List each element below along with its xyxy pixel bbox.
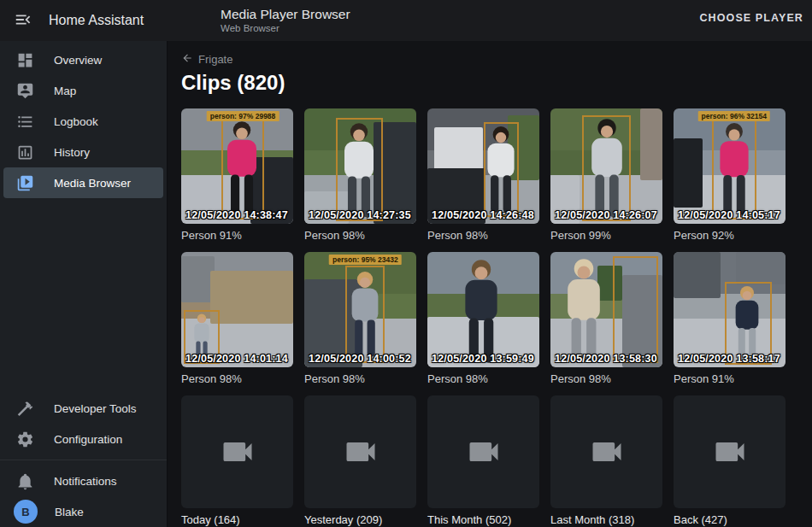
- folder-tile[interactable]: Last Month (318): [550, 395, 662, 526]
- person-figure: [221, 120, 262, 217]
- sidebar-toggle-button[interactable]: [12, 9, 34, 32]
- sidebar-item-history[interactable]: History: [3, 137, 163, 167]
- view-dashboard-icon: [16, 51, 34, 69]
- folder-tile[interactable]: Yesterday (209): [304, 395, 416, 526]
- breadcrumb-back[interactable]: Frigate: [181, 52, 232, 67]
- sidebar-item-notifications[interactable]: Notifications: [3, 466, 163, 496]
- page-title: Clips (820): [181, 71, 812, 95]
- clip-thumbnail: person: 97% 2998812/05/2020 14:38:47: [181, 108, 293, 224]
- cog-icon: [16, 430, 34, 448]
- person-figure: [714, 122, 753, 217]
- folder-tile[interactable]: Back (427): [674, 395, 786, 526]
- sidebar-item-label: Developer Tools: [54, 402, 137, 415]
- clip-thumbnail: person: 96% 3215412/05/2020 14:05:17: [674, 108, 786, 224]
- clips-grid: person: 97% 2998812/05/2020 14:38:47Pers…: [181, 108, 812, 526]
- topbar-left: Home Assistant: [0, 9, 168, 32]
- main-content: Frigate Clips (820) person: 97% 2998812/…: [168, 41, 812, 527]
- folder-label: Back (427): [674, 513, 786, 526]
- clip-label: Person 92%: [674, 229, 786, 242]
- home-assistant-app: Home Assistant Media Player Browser Web …: [0, 0, 812, 527]
- choose-player-button[interactable]: CHOOSE PLAYER: [699, 12, 803, 24]
- video-icon: [342, 433, 380, 471]
- sidebar-item-media-browser[interactable]: Media Browser: [3, 167, 163, 198]
- clip-tile[interactable]: 12/05/2020 14:26:07Person 99%: [550, 108, 662, 242]
- clip-timestamp: 12/05/2020 14:26:48: [432, 209, 534, 221]
- clip-tile[interactable]: 12/05/2020 13:58:17Person 91%: [674, 252, 786, 385]
- person-figure: [585, 118, 628, 220]
- bell-icon: [16, 472, 34, 490]
- person-figure: [483, 126, 521, 214]
- sidebar-item-logbook[interactable]: Logbook: [3, 106, 163, 137]
- scene-block: [640, 108, 662, 180]
- menu-open-icon: [14, 10, 32, 32]
- video-icon: [711, 433, 749, 471]
- hammer-icon: [16, 400, 34, 418]
- sidebar-item-label: Logbook: [54, 115, 98, 128]
- sidebar-divider: [0, 460, 167, 460]
- video-icon: [219, 433, 256, 471]
- folder-thumbnail: [674, 395, 786, 508]
- clip-tile[interactable]: 12/05/2020 14:01:14Person 98%: [181, 252, 293, 385]
- sidebar-item-label: Notifications: [54, 475, 117, 488]
- clip-tile[interactable]: person: 96% 3215412/05/2020 14:05:17Pers…: [674, 108, 786, 242]
- folder-thumbnail: [550, 395, 662, 508]
- person-figure: [459, 259, 503, 365]
- person-figure: [338, 122, 380, 219]
- scene-block: [674, 252, 721, 298]
- app-title: Home Assistant: [49, 13, 144, 28]
- sidebar-item-label: Overview: [54, 54, 102, 67]
- clip-thumbnail: 12/05/2020 14:26:07: [550, 108, 662, 224]
- clip-tile[interactable]: 12/05/2020 14:27:35Person 98%: [304, 108, 416, 242]
- sidebar-item-label: History: [54, 146, 90, 159]
- clip-tile[interactable]: person: 97% 2998812/05/2020 14:38:47Pers…: [181, 108, 293, 242]
- detection-annotation: person: 97% 29988: [207, 111, 279, 121]
- breadcrumb-label: Frigate: [198, 53, 232, 66]
- detection-annotation: person: 96% 32154: [697, 111, 770, 121]
- person-figure: [732, 285, 763, 361]
- clip-timestamp: 12/05/2020 13:59:49: [432, 353, 534, 365]
- clip-tile[interactable]: 12/05/2020 13:58:30Person 98%: [550, 252, 662, 385]
- clip-tile[interactable]: 12/05/2020 13:59:49Person 98%: [427, 252, 539, 385]
- detection-annotation: person: 95% 23432: [329, 255, 402, 265]
- clip-thumbnail: 12/05/2020 13:58:30: [550, 252, 662, 367]
- clip-timestamp: 12/05/2020 13:58:17: [678, 353, 780, 365]
- folder-label: Last Month (318): [550, 513, 662, 526]
- sidebar-item-map[interactable]: Map: [3, 75, 163, 106]
- clip-thumbnail: 12/05/2020 13:59:49: [427, 252, 539, 367]
- video-icon: [465, 433, 503, 471]
- clip-thumbnail: person: 95% 2343212/05/2020 14:00:52: [304, 252, 416, 367]
- sidebar-item-blake[interactable]: BBlake: [3, 496, 163, 527]
- sidebar-item-developer-tools[interactable]: Developer Tools: [3, 393, 163, 424]
- sidebar-item-label: Blake: [55, 506, 84, 518]
- play-box-multiple-icon: [16, 174, 34, 192]
- clip-thumbnail: 12/05/2020 14:01:14: [181, 252, 293, 367]
- clip-timestamp: 12/05/2020 14:00:52: [309, 353, 411, 365]
- format-list-icon: [16, 113, 34, 131]
- folder-thumbnail: [304, 395, 416, 508]
- person-figure: [562, 258, 607, 366]
- video-icon: [588, 433, 626, 471]
- clip-thumbnail: 12/05/2020 13:58:17: [674, 252, 786, 367]
- chart-box-icon: [16, 143, 34, 161]
- clip-tile[interactable]: person: 95% 2343212/05/2020 14:00:52Pers…: [304, 252, 416, 385]
- detection-bounding-box: [613, 256, 657, 362]
- clip-label: Person 98%: [427, 229, 539, 242]
- clip-timestamp: 12/05/2020 14:38:47: [185, 209, 288, 221]
- clip-tile[interactable]: 12/05/2020 14:26:48Person 98%: [427, 108, 539, 242]
- folder-tile[interactable]: Today (164): [181, 395, 293, 526]
- sidebar-item-overview[interactable]: Overview: [3, 44, 163, 75]
- clip-timestamp: 12/05/2020 14:05:17: [678, 209, 780, 221]
- folder-label: Yesterday (209): [304, 513, 416, 526]
- clip-thumbnail: 12/05/2020 14:27:35: [304, 108, 416, 224]
- clip-label: Person 98%: [304, 229, 416, 242]
- folder-tile[interactable]: This Month (502): [427, 395, 539, 526]
- clip-label: Person 98%: [550, 372, 662, 385]
- top-app-bar: Home Assistant Media Player Browser Web …: [0, 0, 812, 41]
- scene-block: [210, 271, 293, 324]
- clip-thumbnail: 12/05/2020 14:26:48: [427, 108, 539, 224]
- clip-timestamp: 12/05/2020 14:26:07: [555, 209, 657, 221]
- sidebar-item-configuration[interactable]: Configuration: [3, 424, 163, 454]
- clip-label: Person 99%: [550, 229, 662, 242]
- clip-label: Person 98%: [181, 372, 293, 385]
- arrow-left-icon: [181, 52, 198, 67]
